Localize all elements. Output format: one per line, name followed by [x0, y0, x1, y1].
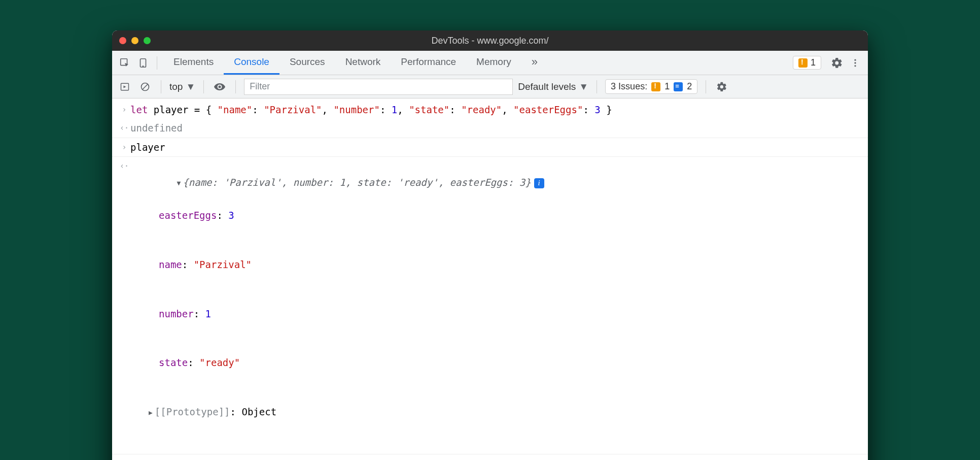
minimize-window-button[interactable]: [131, 37, 138, 44]
console-input-row[interactable]: › player: [112, 138, 868, 157]
warning-icon: [798, 58, 808, 68]
tab-network[interactable]: Network: [335, 51, 391, 75]
result-icon: ‹·: [118, 120, 130, 136]
settings-gear-icon[interactable]: [829, 55, 845, 71]
object-property[interactable]: state: "ready": [130, 354, 862, 371]
tab-performance[interactable]: Performance: [391, 51, 466, 75]
console-output: › let player = { "name": "Parzival", "nu…: [112, 98, 868, 460]
toggle-sidebar-icon[interactable]: [117, 79, 132, 94]
svg-line-9: [143, 84, 148, 89]
issues-info-count: 2: [687, 81, 692, 92]
tab-memory[interactable]: Memory: [466, 51, 521, 75]
expand-icon[interactable]: ▶: [149, 407, 153, 418]
object-property[interactable]: easterEggs: 3: [130, 207, 862, 223]
console-input-row[interactable]: › let player = { "name": "Parzival", "nu…: [112, 101, 868, 119]
svg-marker-7: [124, 85, 126, 88]
console-code: let player = { "name": "Parzival", "numb…: [130, 102, 862, 118]
tab-sources[interactable]: Sources: [279, 51, 335, 75]
issues-button[interactable]: 3 Issues: 1 2: [605, 79, 697, 94]
dropdown-icon: ▼: [579, 81, 588, 92]
dropdown-icon: ▼: [186, 81, 195, 92]
undefined-result: undefined: [130, 120, 862, 136]
console-toolbar: top ▼ Default levels ▼ 3 Issues: 1 2: [112, 75, 868, 98]
collapse-icon[interactable]: ▼: [177, 178, 181, 189]
context-label: top: [169, 81, 183, 92]
panel-tabs: Elements Console Sources Network Perform…: [163, 51, 548, 75]
object-expanded: ▼{name: 'Parzival', number: 1, state: 'r…: [130, 158, 862, 453]
devtools-window: DevTools - www.google.com/ Elements Cons…: [112, 30, 868, 460]
console-input-empty[interactable]: [130, 455, 862, 460]
window-controls: [119, 37, 151, 44]
prompt-icon: ›: [118, 139, 130, 155]
prompt-icon: ›: [118, 102, 130, 118]
svg-point-4: [854, 62, 856, 63]
titlebar: DevTools - www.google.com/: [112, 30, 868, 51]
context-selector[interactable]: top ▼: [169, 81, 195, 92]
svg-point-3: [854, 59, 856, 60]
separator: [203, 80, 204, 93]
more-menu-icon[interactable]: [848, 55, 863, 71]
result-icon: ‹·: [118, 158, 130, 453]
live-expression-icon[interactable]: [212, 79, 227, 94]
separator: [235, 80, 236, 93]
object-summary: {name: 'Parzival', number: 1, state: 're…: [183, 177, 531, 188]
info-icon: [674, 82, 683, 91]
warnings-badge[interactable]: 1: [793, 56, 821, 70]
console-object-row[interactable]: ‹· ▼{name: 'Parzival', number: 1, state:…: [112, 157, 868, 454]
console-code: player: [130, 139, 862, 155]
window-title: DevTools - www.google.com/: [112, 36, 868, 46]
prompt-icon: ›: [118, 455, 130, 460]
levels-label: Default levels: [518, 81, 576, 92]
console-prompt-row[interactable]: ›: [112, 454, 868, 460]
issues-warn-count: 1: [664, 81, 670, 92]
separator: [157, 56, 157, 70]
tab-elements[interactable]: Elements: [163, 51, 224, 75]
warnings-count: 1: [811, 57, 816, 68]
device-toolbar-icon[interactable]: [135, 55, 151, 71]
object-property[interactable]: number: 1: [130, 306, 862, 322]
object-prototype[interactable]: ▶[[Prototype]]: Object: [130, 404, 862, 420]
inspect-element-icon[interactable]: [117, 55, 132, 71]
separator: [597, 80, 597, 93]
console-settings-gear-icon[interactable]: [714, 79, 729, 94]
object-property[interactable]: name: "Parzival": [130, 256, 862, 273]
main-tabbar: Elements Console Sources Network Perform…: [112, 51, 868, 75]
log-levels-selector[interactable]: Default levels ▼: [518, 81, 588, 92]
close-window-button[interactable]: [119, 37, 126, 44]
maximize-window-button[interactable]: [144, 37, 151, 44]
console-result-row: ‹· undefined: [112, 119, 868, 138]
svg-point-5: [854, 65, 856, 67]
separator: [161, 80, 161, 93]
info-badge-icon[interactable]: i: [534, 178, 544, 188]
filter-input[interactable]: [244, 79, 513, 95]
issues-label: 3 Issues:: [611, 81, 647, 92]
tab-overflow-icon[interactable]: »: [521, 51, 548, 75]
separator: [706, 80, 706, 93]
tab-console[interactable]: Console: [224, 51, 279, 75]
clear-console-icon[interactable]: [137, 79, 153, 94]
warning-icon: [651, 82, 660, 91]
